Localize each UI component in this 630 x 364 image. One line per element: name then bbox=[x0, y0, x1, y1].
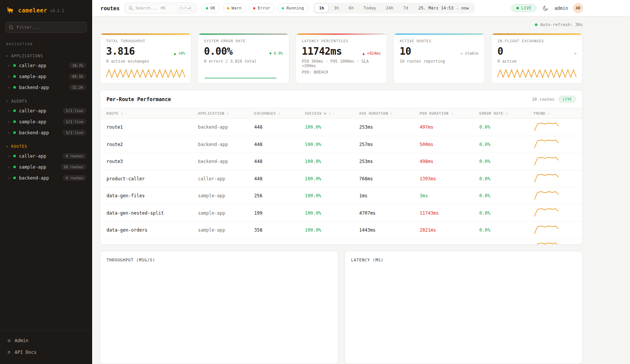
table-row[interactable]: data-gen-files sample-app 256 100.0% 1ms… bbox=[100, 187, 582, 205]
sidebar-item-route[interactable]: › caller-app 4 routes bbox=[0, 151, 92, 161]
sidebar-item-application[interactable]: › backend-app 32.2k bbox=[0, 82, 92, 93]
chevron-right-icon: › bbox=[8, 109, 10, 113]
kpi-title: SYSTEM ERROR RATE bbox=[204, 39, 283, 43]
status-dot bbox=[206, 7, 208, 9]
live-status-badge[interactable]: LIVE bbox=[511, 4, 536, 12]
section-header-agents[interactable]: ▾ AGENTS bbox=[0, 97, 92, 105]
filter-input[interactable] bbox=[5, 22, 87, 33]
exchanges-cell: 448 bbox=[254, 142, 305, 147]
camel-logo-icon bbox=[6, 7, 15, 14]
status-dot bbox=[13, 86, 16, 89]
column-header[interactable]: ROUTE ↕ bbox=[107, 111, 198, 115]
column-label: TREND bbox=[533, 111, 545, 115]
page-title: routes bbox=[100, 5, 120, 11]
table-row[interactable]: route2 backend-app 448 100.0% 257ms 500m… bbox=[100, 136, 582, 154]
nav-section-applications: ▾ APPLICATIONS › caller-app 10.7k › bbox=[0, 52, 92, 93]
column-header[interactable]: EXCHANGES ↕ bbox=[254, 111, 305, 115]
auto-refresh-status: Auto-refresh: 30s bbox=[100, 22, 583, 27]
sidebar-item-badge: 1/1 live bbox=[63, 130, 86, 135]
kpi-value: 11742ms bbox=[302, 46, 342, 57]
trend-sparkline bbox=[533, 224, 560, 235]
table-row[interactable]: route1 backend-app 448 100.0% 253ms 497m… bbox=[100, 119, 582, 136]
time-range-button[interactable]: 1h bbox=[315, 4, 329, 12]
table-row[interactable]: data-gen-orders sample-app 358 100.0% 14… bbox=[100, 222, 582, 239]
search-input[interactable] bbox=[136, 6, 174, 11]
date-range[interactable]: 25. März 14:53—now bbox=[414, 6, 474, 11]
time-range-button[interactable]: 24h bbox=[381, 4, 398, 12]
avatar[interactable]: AD bbox=[573, 3, 583, 13]
sidebar-item-label: caller-app bbox=[19, 108, 46, 114]
status-filter-pill[interactable]: Warn bbox=[222, 3, 246, 13]
table-row[interactable]: error-handling-test sample-app 239 100.0… bbox=[100, 239, 582, 245]
status-dot bbox=[282, 7, 284, 9]
status-dot bbox=[13, 109, 16, 112]
route-cell: data-gen-nested-split bbox=[107, 210, 198, 216]
sidebar-item-badge: 10.7k bbox=[69, 63, 86, 68]
sidebar-item-agent[interactable]: › sample-app 1/1 live bbox=[0, 116, 92, 127]
sidebar-item-admin[interactable]: ⚙ Admin bbox=[0, 335, 92, 346]
kpi-value: 10 bbox=[400, 46, 411, 57]
time-range-button[interactable]: 7d bbox=[399, 4, 413, 12]
column-header[interactable]: P99 DURATION ↕ bbox=[420, 111, 479, 115]
table-row[interactable]: route3 backend-app 448 100.0% 253ms 498m… bbox=[100, 153, 582, 170]
sidebar-footer: ⚙ Admin ≡ API Docs bbox=[0, 330, 92, 364]
live-dot bbox=[516, 7, 519, 9]
application-cell: sample-app bbox=[198, 193, 254, 198]
kpi-title: TOTAL THROUGHPUT bbox=[106, 39, 185, 43]
search-box[interactable]: Ctrl+K bbox=[125, 3, 196, 14]
status-filter-pill[interactable]: Error bbox=[249, 3, 275, 13]
sidebar-item-application[interactable]: › sample-app 84.1k bbox=[0, 71, 92, 82]
table-column-headers: ROUTE ↕ APPLICATION ↕ EXCHANGES ↕ bbox=[100, 108, 582, 119]
avg-duration-cell: 1443ms bbox=[359, 227, 420, 233]
kpi-value: 0 bbox=[497, 46, 503, 57]
sort-icon: ↕ bbox=[548, 112, 550, 115]
routes-count: 10 routes bbox=[532, 97, 554, 102]
exchanges-cell: 358 bbox=[254, 227, 305, 233]
status-dot bbox=[13, 131, 16, 134]
kpi-row: TOTAL THROUGHPUT 3.816 ▲ +0% 0 active ex… bbox=[100, 33, 583, 84]
p99-duration-cell: 1393ms bbox=[420, 176, 479, 181]
chevron-right-icon: › bbox=[8, 85, 10, 90]
trend-cell bbox=[533, 155, 576, 168]
sidebar-item-agent[interactable]: › caller-app 1/1 live bbox=[0, 105, 92, 116]
chevron-right-icon: › bbox=[8, 74, 10, 79]
sidebar-item-agent[interactable]: › backend-app 1/1 live bbox=[0, 127, 92, 138]
sort-icon: ↕ bbox=[329, 112, 331, 115]
dark-mode-toggle[interactable] bbox=[541, 4, 550, 12]
column-label: SUCCESS % bbox=[305, 111, 326, 115]
kpi-title: LATENCY PERCENTILES bbox=[302, 39, 381, 43]
table-row[interactable]: data-gen-nested-split sample-app 199 100… bbox=[100, 205, 582, 222]
sidebar-item-badge: 1/1 live bbox=[63, 108, 86, 114]
exchanges-cell: 256 bbox=[254, 193, 305, 198]
avg-duration-cell: 257ms bbox=[359, 142, 420, 147]
status-filter-pill[interactable]: Running bbox=[277, 3, 308, 13]
column-label: ERROR RATE bbox=[479, 111, 503, 115]
time-range-button[interactable]: Today bbox=[359, 4, 381, 12]
time-range-button[interactable]: 6h bbox=[344, 4, 358, 12]
sidebar-item-application[interactable]: › caller-app 10.7k bbox=[0, 60, 92, 71]
sidebar-item-route[interactable]: › backend-app 6 routes bbox=[0, 172, 92, 183]
column-header[interactable]: AVG DURATION ↕ bbox=[359, 111, 420, 115]
table-row[interactable]: product-caller caller-app 448 100.0% 768… bbox=[100, 170, 582, 188]
sidebar-item-badge: 32.2k bbox=[69, 84, 86, 90]
section-header-applications[interactable]: ▾ APPLICATIONS bbox=[0, 52, 92, 60]
section-header-routes[interactable]: ▾ ROUTES bbox=[0, 143, 92, 151]
error-rate-cell: 0.0% bbox=[479, 124, 533, 130]
p99-duration-cell: 2821ms bbox=[420, 227, 479, 233]
sidebar-item-badge: 6 routes bbox=[63, 175, 86, 181]
sidebar-item-route[interactable]: › sample-app 16 routes bbox=[0, 161, 92, 172]
trend-cell bbox=[533, 138, 576, 151]
sidebar-item-api-docs[interactable]: ≡ API Docs bbox=[0, 346, 92, 358]
inflight-sparkline bbox=[497, 67, 576, 80]
column-header[interactable]: APPLICATION ↕ bbox=[198, 111, 254, 115]
time-range-button[interactable]: 3h bbox=[329, 4, 343, 12]
time-range-buttons: 1h 3h 6h Today 24h 7d bbox=[315, 4, 413, 12]
status-filter-pill[interactable]: OK bbox=[201, 3, 220, 13]
column-header[interactable]: ERROR RATE ↕ bbox=[479, 111, 533, 115]
status-dot bbox=[13, 155, 16, 157]
column-header[interactable]: TREND ↕ bbox=[533, 111, 576, 115]
throughput-sparkline bbox=[106, 67, 185, 80]
section-title: ROUTES bbox=[11, 144, 27, 149]
column-header[interactable]: SUCCESS % ↕ bbox=[305, 111, 359, 115]
sort-icon: ↕ bbox=[227, 112, 229, 115]
